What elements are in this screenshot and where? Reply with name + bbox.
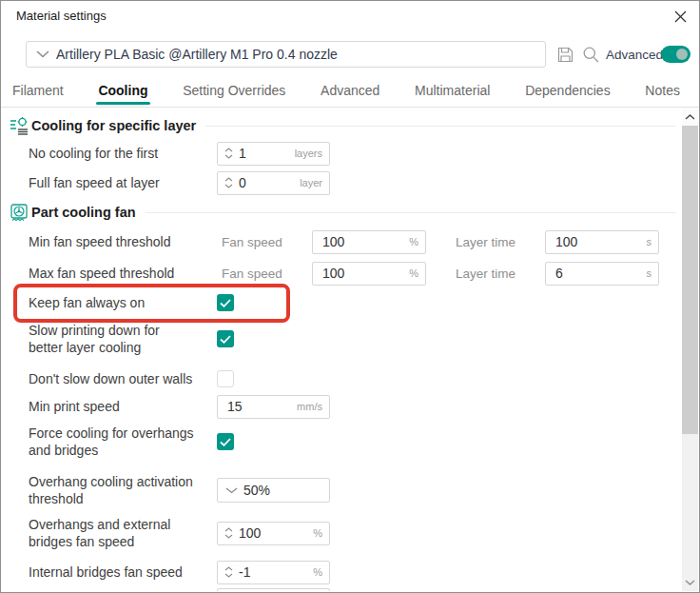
section-part-cooling-fan: Part cooling fan: [10, 200, 682, 225]
partial-clipped-field[interactable]: [217, 588, 330, 591]
unit-label: s: [647, 267, 659, 279]
tab-advanced[interactable]: Advanced: [321, 83, 379, 98]
chevron-down-icon: [36, 50, 49, 58]
check-icon: [220, 438, 231, 446]
tab-notes[interactable]: Notes: [645, 83, 680, 98]
setting-label: Full fan speed at layer: [29, 174, 217, 191]
preset-input[interactable]: [56, 47, 545, 62]
unit-label: %: [409, 236, 425, 247]
spinner-up-down-icons[interactable]: [224, 177, 233, 188]
setting-row-keep-fan-always-on: Keep fan always on: [29, 287, 682, 318]
internal-bridges-fan-speed-spinner[interactable]: %: [217, 561, 330, 584]
check-icon: [220, 299, 231, 307]
min-print-speed-field[interactable]: mm/s: [217, 395, 330, 419]
full-fan-speed-layer-input[interactable]: [239, 175, 300, 190]
advanced-mode-toggle[interactable]: [661, 46, 690, 63]
setting-label: Keep fan always on: [29, 294, 217, 311]
max-fan-speed-input[interactable]: [322, 266, 409, 281]
tab-setting-overrides[interactable]: Setting Overrides: [183, 83, 285, 98]
overhang-threshold-dropdown[interactable]: 50%: [217, 478, 330, 503]
settings-tab-bar: Filament Cooling Setting Overrides Advan…: [12, 83, 680, 98]
title-bar: Material settings: [1, 1, 699, 31]
section-divider: [146, 212, 676, 213]
save-preset-button[interactable]: [555, 45, 574, 64]
setting-row-no-cooling-first: No cooling for the first layers: [29, 138, 682, 168]
setting-row-overhangs-external-fan-speed: Overhangs and external bridges fan speed…: [29, 512, 682, 554]
min-layer-time-input[interactable]: [555, 234, 647, 249]
min-print-speed-input[interactable]: [227, 399, 297, 414]
setting-row-full-fan-speed-layer: Full fan speed at layer layer: [29, 168, 682, 197]
search-icon: [582, 46, 600, 64]
dont-slow-outer-walls-checkbox[interactable]: [217, 370, 234, 387]
material-settings-dialog: Material settings Advanced Fila: [0, 0, 700, 593]
vertical-scrollbar[interactable]: [682, 108, 698, 591]
unit-label: %: [409, 267, 425, 279]
max-fan-speed-field[interactable]: %: [312, 262, 426, 286]
close-button[interactable]: [669, 5, 691, 28]
min-fan-speed-input[interactable]: [322, 234, 409, 249]
setting-row-partial: [29, 588, 682, 591]
force-cooling-overhangs-checkbox[interactable]: [217, 433, 234, 450]
full-fan-speed-layer-spinner[interactable]: layer: [217, 171, 330, 195]
spinner-up-down-icons[interactable]: [224, 527, 233, 539]
fan-speed-sublabel: Fan speed: [217, 235, 312, 249]
preset-combobox[interactable]: [26, 41, 546, 68]
search-button[interactable]: [581, 45, 600, 64]
unit-label: layers: [295, 148, 329, 159]
no-cooling-first-input[interactable]: [239, 146, 295, 161]
scroll-up-button[interactable]: [682, 108, 698, 126]
advanced-mode-label: Advanced: [606, 48, 663, 62]
internal-bridges-fan-speed-input[interactable]: [239, 564, 313, 580]
tab-filament[interactable]: Filament: [12, 83, 64, 98]
keep-fan-always-on-checkbox[interactable]: [217, 294, 234, 311]
chevron-down-icon: [225, 487, 238, 494]
toggle-knob: [676, 49, 688, 60]
setting-label: Don't slow down outer walls: [29, 370, 217, 387]
slow-printing-down-checkbox[interactable]: [217, 330, 234, 347]
overhangs-external-fan-speed-input[interactable]: [239, 525, 313, 541]
no-cooling-first-spinner[interactable]: layers: [217, 142, 330, 166]
max-layer-time-field[interactable]: s: [545, 262, 659, 286]
tab-cooling[interactable]: Cooling: [98, 83, 147, 98]
setting-label: Overhangs and external bridges fan speed: [29, 516, 185, 551]
scroll-up-icon: [685, 114, 695, 120]
layer-time-sublabel: Layer time: [456, 267, 545, 281]
tab-dependencies[interactable]: Dependencies: [525, 83, 611, 98]
spinner-up-down-icons[interactable]: [224, 148, 233, 159]
unit-label: mm/s: [297, 401, 329, 412]
close-icon: [674, 10, 687, 23]
overhang-threshold-value: 50%: [243, 483, 270, 498]
setting-label: Slow printing down for better layer cool…: [29, 322, 190, 357]
setting-row-max-fan-threshold: Max fan speed threshold Fan speed % Laye…: [29, 259, 682, 287]
setting-row-dont-slow-outer-walls: Don't slow down outer walls: [29, 366, 682, 392]
min-fan-speed-field[interactable]: %: [312, 230, 426, 254]
scrollbar-thumb[interactable]: [682, 126, 698, 434]
unit-label: %: [313, 527, 329, 539]
fan-speed-sublabel: Fan speed: [217, 267, 312, 281]
setting-row-overhang-activation-threshold: Overhang cooling activation threshold 50…: [29, 468, 682, 512]
check-icon: [220, 335, 231, 344]
unit-label: s: [647, 236, 659, 247]
unit-label: %: [313, 566, 329, 578]
section-cooling-specific-layer: Cooling for specific layer: [10, 113, 682, 138]
max-layer-time-input[interactable]: [555, 266, 647, 281]
spinner-up-down-icons[interactable]: [224, 566, 233, 578]
setting-label: Max fan speed threshold: [29, 265, 217, 282]
layers-cooling-icon: [10, 116, 29, 135]
setting-label: No cooling for the first: [29, 145, 217, 162]
setting-label: Overhang cooling activation threshold: [29, 473, 209, 508]
scroll-down-icon: [685, 580, 695, 585]
unit-label: layer: [300, 177, 329, 188]
setting-row-slow-printing-down: Slow printing down for better layer cool…: [29, 318, 682, 360]
save-icon: [556, 46, 574, 64]
scroll-down-button[interactable]: [682, 573, 698, 591]
tab-multimaterial[interactable]: Multimaterial: [415, 83, 490, 98]
fan-icon: [10, 203, 29, 222]
setting-row-internal-bridges-fan-speed: Internal bridges fan speed %: [29, 559, 682, 585]
cooling-settings-panel: Cooling for specific layer No cooling fo…: [2, 108, 682, 591]
layer-time-sublabel: Layer time: [456, 235, 545, 249]
overhangs-external-fan-speed-spinner[interactable]: %: [217, 522, 330, 545]
setting-row-min-print-speed: Min print speed mm/s: [29, 392, 682, 421]
section-divider: [205, 126, 676, 127]
min-layer-time-field[interactable]: s: [545, 230, 659, 254]
